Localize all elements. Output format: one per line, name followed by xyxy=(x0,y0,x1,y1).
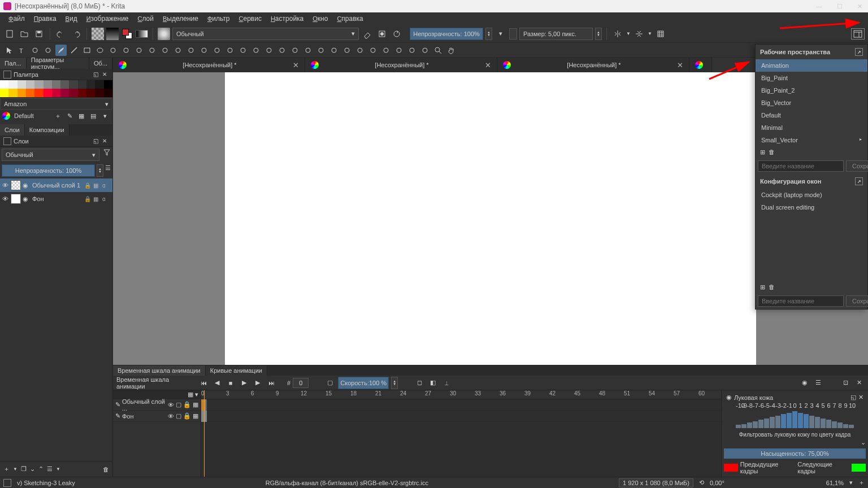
timeline-ruler[interactable]: 0369121518212427303336394245485154576063… xyxy=(201,390,721,399)
brush-preset-button[interactable] xyxy=(158,28,170,40)
close-button[interactable]: ✕ xyxy=(855,3,865,10)
float-layers-button[interactable]: ◱ xyxy=(91,137,100,146)
palette-color-swatch[interactable] xyxy=(95,89,103,97)
workspace-add-button[interactable]: ⊞ xyxy=(760,149,765,156)
anim-curves-tab[interactable]: Кривые анимации xyxy=(206,365,267,376)
tool-transform[interactable] xyxy=(185,45,197,56)
winconfig-delete-button[interactable]: 🗑 xyxy=(769,284,775,291)
tool-select-magnetic[interactable] xyxy=(419,45,431,56)
duplicate-layer-button[interactable]: ❐ xyxy=(21,465,27,473)
tool-smart-fill[interactable] xyxy=(276,45,288,56)
onion-expand-button[interactable]: ⌄ xyxy=(724,439,866,446)
tool-zoom[interactable] xyxy=(432,45,444,56)
palette-color-swatch[interactable] xyxy=(44,80,52,89)
speed-slider[interactable]: Скорость:100 % xyxy=(338,377,389,389)
play-button[interactable]: ▶ xyxy=(238,377,250,389)
goto-last-frame-button[interactable]: ⏭ xyxy=(266,377,277,389)
window-config-item[interactable]: Cockpit (laptop mode) xyxy=(756,189,867,201)
tool-freehand[interactable] xyxy=(146,45,158,56)
save-file-button[interactable] xyxy=(33,28,45,40)
onion-bar[interactable] xyxy=(815,417,820,428)
minimize-button[interactable]: ― xyxy=(814,3,824,10)
onion-bar[interactable] xyxy=(832,421,837,429)
palette-color-swatch[interactable] xyxy=(18,80,26,89)
rotation-field[interactable]: 0,00° xyxy=(710,480,724,486)
onion-bar[interactable] xyxy=(736,425,741,428)
workspace-item[interactable]: Big_Vector xyxy=(756,97,867,109)
onion-toggle-button[interactable]: ◉ xyxy=(799,377,810,389)
menu-слой[interactable]: Слой xyxy=(134,14,158,24)
tool-grad[interactable] xyxy=(237,45,249,56)
palette-color-swatch[interactable] xyxy=(104,89,112,97)
palette-color-swatch[interactable] xyxy=(0,89,8,97)
layer-blend-combo[interactable]: Обычный▾ xyxy=(2,149,99,161)
palette-color-swatch[interactable] xyxy=(69,89,77,97)
layer-row[interactable]: 👁◉Фон🔒▦α xyxy=(0,192,112,206)
menu-вид[interactable]: Вид xyxy=(62,14,81,24)
zoom-plus-button[interactable]: ＋ xyxy=(858,478,865,487)
layer-opacity-slider[interactable]: Непрозрачность: 100% xyxy=(2,164,95,177)
anim-layer-row[interactable]: ✎Обычный слой ...👁▢🔒▦ xyxy=(113,399,201,411)
onion-bar[interactable] xyxy=(770,417,775,428)
tool-bezier[interactable] xyxy=(133,45,145,56)
palette-tab[interactable]: Пал... xyxy=(0,58,27,69)
open-file-button[interactable] xyxy=(18,28,31,40)
onion-bar[interactable] xyxy=(792,411,797,428)
anim-layer-row[interactable]: ✎Фон👁▢🔒▦ xyxy=(113,411,201,422)
canvas[interactable] xyxy=(225,72,756,365)
tool-arrow[interactable] xyxy=(3,45,15,56)
tool-line[interactable] xyxy=(68,45,80,56)
workspace-float-button[interactable]: ↗ xyxy=(855,48,863,56)
palette-color-swatch[interactable] xyxy=(18,89,26,97)
timeline-track[interactable] xyxy=(201,411,721,422)
menu-окно[interactable]: Окно xyxy=(309,14,332,24)
move-layer-up-button[interactable]: ⌃ xyxy=(38,465,44,473)
workspace-name-input[interactable] xyxy=(758,160,844,172)
dimensions-field[interactable]: 1 920 x 1 080 (8,0 МиБ) xyxy=(619,478,693,487)
palette-color-swatch[interactable] xyxy=(8,89,17,97)
workspace-item[interactable]: Animation xyxy=(756,59,867,72)
tool-calligraphy[interactable] xyxy=(42,45,54,56)
tool-rect[interactable] xyxy=(81,45,93,56)
palette-color-swatch[interactable] xyxy=(8,80,17,89)
size-spinner[interactable]: ▲▼ xyxy=(595,28,602,40)
next-keyframe-button[interactable]: ▶ xyxy=(252,377,263,389)
palette-color-swatch[interactable] xyxy=(86,89,95,97)
overview-tab[interactable]: Об... xyxy=(89,58,112,69)
onion-bar[interactable] xyxy=(821,419,826,429)
new-file-button[interactable] xyxy=(3,28,16,40)
menu-файл[interactable]: Файл xyxy=(5,14,29,24)
onion-opacity-bars[interactable] xyxy=(724,411,866,428)
winconfig-add-button[interactable]: ⊞ xyxy=(760,284,765,291)
tool-move[interactable] xyxy=(198,45,210,56)
redo-button[interactable] xyxy=(70,28,82,40)
layer-menu-button[interactable]: ☰ xyxy=(105,164,111,177)
close-tab-button[interactable]: ✕ xyxy=(677,61,683,69)
menu-изображение[interactable]: Изображение xyxy=(83,14,133,24)
opacity-spinner[interactable]: ▲▼ xyxy=(485,28,492,40)
mirror-horizontal-button[interactable] xyxy=(611,28,624,40)
palette-name-combo[interactable]: Amazon▾ xyxy=(0,98,112,110)
tool-select-rect[interactable] xyxy=(328,45,340,56)
timeline-tab[interactable]: Временная шкала анимации xyxy=(113,365,206,376)
anim-settings2-button[interactable]: ◧ xyxy=(427,377,439,389)
anim-close-button[interactable]: ✕ xyxy=(853,377,865,389)
tool-select-poly[interactable] xyxy=(354,45,366,56)
workspace-item[interactable]: Big_Paint xyxy=(756,72,867,84)
drop-frames-button[interactable]: ▢ xyxy=(324,377,336,389)
opacity-menu-button[interactable]: ▾ xyxy=(494,28,507,40)
tool-edit-path[interactable] xyxy=(29,45,41,56)
mirror-vertical-button[interactable] xyxy=(633,28,645,40)
menu-фильтр[interactable]: Фильтр xyxy=(203,14,234,24)
palette-color-swatch[interactable] xyxy=(26,80,34,89)
winconfig-save-button[interactable]: Сохранить xyxy=(846,295,868,307)
onion-bar[interactable] xyxy=(826,420,831,428)
palette-color-swatch[interactable] xyxy=(44,89,52,97)
wrap-around-button[interactable] xyxy=(654,28,667,40)
fg-bg-color-swatch[interactable] xyxy=(121,28,133,40)
close-tab-button[interactable]: ✕ xyxy=(485,61,491,69)
menu-справка[interactable]: Справка xyxy=(333,14,367,24)
onion-bar[interactable] xyxy=(781,414,786,428)
palette-grid1-button[interactable]: ▦ xyxy=(76,111,86,121)
reload-preset-button[interactable] xyxy=(390,28,403,40)
